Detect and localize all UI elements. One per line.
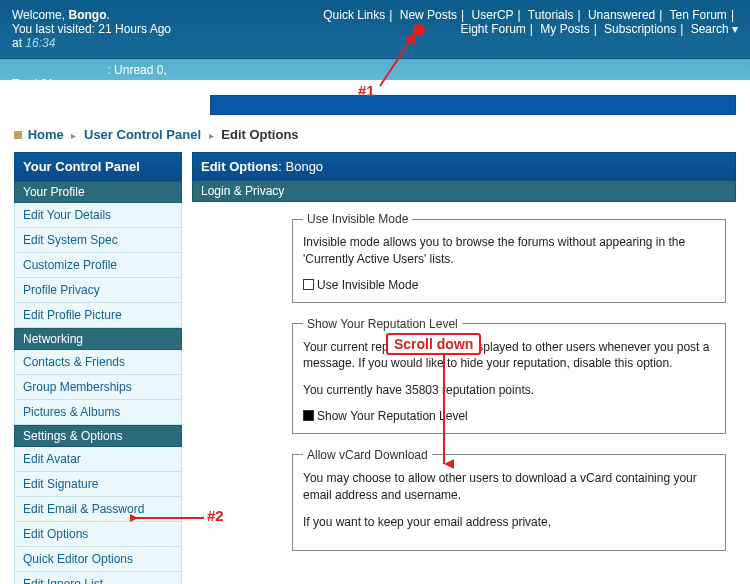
chevron-down-icon: ▾ (732, 22, 738, 36)
ql-tenforum[interactable]: Ten Forum (670, 8, 727, 22)
welcome-block: Welcome, Bongo. You last visited: 21 Hou… (12, 8, 171, 50)
vcard-fieldset: Allow vCard Download You may choose to a… (292, 448, 726, 551)
invisible-label: Use Invisible Mode (317, 278, 418, 292)
vcard-desc: You may choose to allow other users to d… (303, 470, 715, 504)
vcard-priv: If you want to keep your email address p… (303, 514, 715, 531)
banner-band (210, 95, 736, 115)
content-header: Edit Options: Bongo (192, 152, 736, 181)
sb-edit-system-spec[interactable]: Edit System Spec (14, 228, 182, 253)
breadcrumb-current: Edit Options (221, 127, 298, 142)
reputation-desc: Your current reputation level is display… (303, 339, 715, 373)
ql-search[interactable]: Search (691, 22, 729, 36)
reputation-points: You currently have 35803 reputation poin… (303, 382, 715, 399)
invisible-desc: Invisible mode allows you to browse the … (303, 234, 715, 268)
reputation-checkbox[interactable] (303, 410, 314, 421)
breadcrumb-ucp[interactable]: User Control Panel (84, 127, 201, 142)
sb-edit-email-password[interactable]: Edit Email & Password (14, 497, 182, 522)
breadcrumb-home[interactable]: Home (28, 127, 64, 142)
unread-status: Private Messages: Unread 0, Total 21. (0, 59, 750, 95)
annotation-dot-1 (413, 24, 425, 36)
ql-newposts[interactable]: New Posts (400, 8, 457, 22)
content-section-login-privacy: Login & Privacy (192, 181, 736, 202)
invisible-mode-fieldset: Use Invisible Mode Invisible mode allows… (292, 212, 726, 303)
sb-quick-editor-options[interactable]: Quick Editor Options (14, 547, 182, 572)
vcard-legend: Allow vCard Download (303, 448, 432, 462)
sb-edit-ignore-list[interactable]: Edit Ignore List (14, 572, 182, 584)
sidebar-section-networking: Networking (14, 328, 182, 350)
sidebar-section-profile: Your Profile (14, 181, 182, 203)
ql-tutorials[interactable]: Tutorials (528, 8, 574, 22)
reputation-legend: Show Your Reputation Level (303, 317, 462, 331)
ql-usercp[interactable]: UserCP (472, 8, 514, 22)
breadcrumb: Home ▸ User Control Panel ▸ Edit Options (0, 115, 750, 152)
ql-unanswered[interactable]: Unanswered (588, 8, 655, 22)
ql-myposts[interactable]: My Posts (540, 22, 589, 36)
sb-group-memberships[interactable]: Group Memberships (14, 375, 182, 400)
sb-edit-signature[interactable]: Edit Signature (14, 472, 182, 497)
ql-quicklinks[interactable]: Quick Links (323, 8, 385, 22)
sb-edit-avatar[interactable]: Edit Avatar (14, 447, 182, 472)
sidebar-header: Your Control Panel (14, 152, 182, 181)
home-icon (14, 131, 22, 139)
sb-contacts-friends[interactable]: Contacts & Friends (14, 350, 182, 375)
content-panel: Edit Options: Bongo Login & Privacy Use … (192, 152, 736, 584)
reputation-label: Show Your Reputation Level (317, 409, 468, 423)
sb-pictures-albums[interactable]: Pictures & Albums (14, 400, 182, 425)
invisible-legend: Use Invisible Mode (303, 212, 412, 226)
sidebar: Your Control Panel Your Profile Edit You… (14, 152, 182, 584)
sb-edit-profile-picture[interactable]: Edit Profile Picture (14, 303, 182, 328)
quick-links-nav: Quick Links| New Posts| UserCP| Tutorial… (323, 8, 738, 50)
sb-edit-options[interactable]: Edit Options (14, 522, 182, 547)
sidebar-section-settings: Settings & Options (14, 425, 182, 447)
sb-customize-profile[interactable]: Customize Profile (14, 253, 182, 278)
ql-eightforum[interactable]: Eight Forum (460, 22, 525, 36)
sb-profile-privacy[interactable]: Profile Privacy (14, 278, 182, 303)
ql-subscriptions[interactable]: Subscriptions (604, 22, 676, 36)
sb-edit-details[interactable]: Edit Your Details (14, 203, 182, 228)
reputation-fieldset: Show Your Reputation Level Your current … (292, 317, 726, 434)
invisible-checkbox[interactable] (303, 279, 314, 290)
